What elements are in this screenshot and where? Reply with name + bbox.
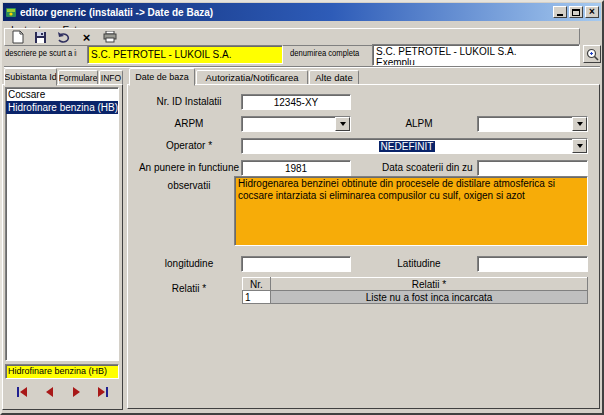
tab-subistanta-id[interactable]: Subistanta Id [4,68,57,86]
tab-alte-date[interactable]: Alte date [309,70,359,85]
full-name-line1: S.C. PETROTEL - LUKOIL S.A. [376,46,576,57]
alpm-dropdown-button[interactable] [572,117,587,131]
full-name-line2: Exemplu [376,57,576,66]
close-icon: × [589,7,595,17]
window-title: editor generic (instalatii -> Date de Ba… [20,7,551,18]
print-icon [103,31,117,43]
close-button[interactable]: × [585,6,599,18]
alpm-value [478,117,572,131]
observations-textarea[interactable]: Hidrogenarea benzinei obtinute din proce… [234,176,588,246]
observations-label: observatii [136,180,242,191]
current-record-field: Hidrofinare benzina (HB) [5,364,119,379]
relations-row-text[interactable]: Liste nu a fost inca incarcata [271,291,588,304]
list-item-hidrofinare[interactable]: Hidrofinare benzina (HB) [6,101,118,114]
short-description-input[interactable] [87,45,283,64]
magnifier-icon [586,48,599,61]
tab-formulare[interactable]: Formulare [58,70,98,85]
previous-record-icon [46,387,53,397]
save-button[interactable] [33,30,48,45]
last-record-icon [98,387,105,397]
undo-icon [57,32,70,43]
alpm-label: ALPM [382,118,456,129]
latitude-input[interactable] [477,256,588,272]
minimize-icon [557,14,563,16]
new-document-button[interactable] [10,30,25,45]
commissioning-year-input[interactable] [241,160,351,176]
save-icon [34,31,47,44]
installation-id-label: Nr. ID Instalatii [136,96,242,107]
previous-record-button[interactable] [40,384,58,399]
chevron-down-icon [577,144,583,148]
longitude-label: longitudine [136,258,242,269]
lookup-button[interactable] [583,45,601,63]
undo-button[interactable] [56,30,71,45]
first-record-icon [17,387,19,397]
first-record-button[interactable] [13,384,31,399]
new-document-icon [12,30,24,44]
chevron-down-icon [340,122,346,126]
maximize-icon [572,9,580,16]
relations-label: Relatii * [136,283,242,294]
longitude-input[interactable] [241,256,351,272]
editor-generic-window: editor generic (instalatii -> Date de Ba… [0,0,604,415]
commissioning-year-label: An punere in functiune [136,162,242,173]
sidebar-panel: Cocsare Hidrofinare benzina (HB) Hidrofi… [2,84,123,410]
maximize-button[interactable] [569,6,583,18]
last-record-button[interactable] [94,384,112,399]
relations-header-relatii[interactable]: Relatii * [271,278,588,291]
header-divider [4,66,600,68]
installation-id-input[interactable] [241,94,351,110]
operator-value: NEDEFINIT [379,141,436,152]
list-item-cocsare[interactable]: Cocsare [6,88,118,101]
next-record-icon [73,387,80,397]
print-button[interactable] [102,30,117,45]
operator-label: Operator * [136,140,242,151]
full-name-textarea[interactable]: S.C. PETROTEL - LUKOIL S.A. Exemplu [372,44,580,66]
latitude-label: Latitudine [382,258,456,269]
next-record-button[interactable] [67,384,85,399]
arpm-label: ARPM [136,118,242,129]
arpm-combobox[interactable] [241,116,351,132]
relations-header-row: Nr. Relatii * [243,278,588,291]
relations-row-nr[interactable]: 1 [243,291,271,304]
relations-table: Nr. Relatii * 1 Liste nu a fost inca inc… [242,277,588,304]
record-navigator [3,384,122,399]
delete-button[interactable]: × [79,30,94,45]
retire-date-input[interactable] [477,160,588,176]
chevron-down-icon [577,122,583,126]
tab-autorizatia-notificarea[interactable]: Autorizatia/Notificarea [196,70,308,85]
minimize-button[interactable] [553,6,567,18]
arpm-value [242,117,335,131]
app-icon [5,6,17,18]
title-bar: editor generic (instalatii -> Date de Ba… [3,3,601,21]
tab-info[interactable]: INFO [99,70,123,85]
relations-row: 1 Liste nu a fost inca incarcata [243,291,588,304]
tab-date-de-baza[interactable]: Date de baza [129,68,195,86]
operator-dropdown-button[interactable] [572,139,587,153]
main-form-panel: Nr. ID Instalatii ARPM ALPM Operator * N… [127,84,600,409]
operator-combobox[interactable]: NEDEFINIT [241,138,588,154]
retire-date-label: Data scoaterii din zu [382,162,456,173]
full-name-label: denumirea completa a in... [290,48,360,58]
relations-header-nr: Nr. [243,278,271,291]
substance-list: Cocsare Hidrofinare benzina (HB) [5,87,119,361]
arpm-dropdown-button[interactable] [335,117,350,131]
alpm-combobox[interactable] [477,116,588,132]
short-description-label: descriere pe scurt a inst... [5,48,76,58]
